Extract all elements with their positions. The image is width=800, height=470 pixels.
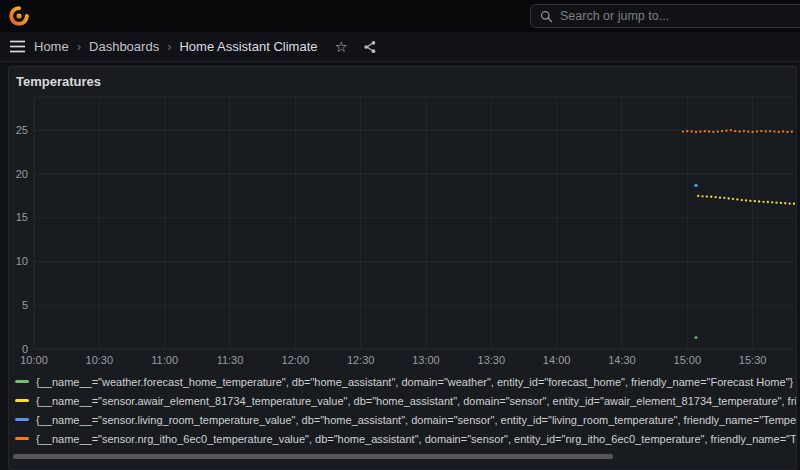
breadcrumb-separator-icon: › — [167, 39, 171, 54]
legend-item[interactable]: {__name__="sensor.awair_element_81734_te… — [15, 391, 796, 410]
legend-series-label[interactable]: {__name__="sensor.nrg_itho_6ec0_temperat… — [36, 433, 796, 445]
menu-icon[interactable] — [10, 40, 25, 53]
breadcrumb-dashboards[interactable]: Dashboards — [89, 39, 159, 54]
share-icon[interactable] — [363, 40, 377, 54]
breadcrumb: Home › Dashboards › Home Assistant Clima… — [34, 39, 317, 54]
legend-series-label[interactable]: {__name__="weather.forecast_home_tempera… — [36, 376, 793, 388]
breadcrumb-home[interactable]: Home — [34, 39, 69, 54]
horizontal-scrollbar[interactable] — [13, 454, 613, 459]
chart-legend: {__name__="weather.forecast_home_tempera… — [9, 369, 796, 448]
legend-item[interactable]: {__name__="weather.forecast_home_tempera… — [15, 372, 796, 391]
svg-text:15: 15 — [16, 211, 28, 223]
svg-text:20: 20 — [16, 168, 28, 180]
legend-series-label[interactable]: {__name__="sensor.awair_element_81734_te… — [36, 395, 796, 407]
legend-series-color-icon — [15, 399, 29, 402]
svg-text:14:30: 14:30 — [608, 354, 636, 366]
breadcrumb-bar: Home › Dashboards › Home Assistant Clima… — [0, 32, 800, 62]
svg-text:13:30: 13:30 — [478, 354, 506, 366]
legend-series-color-icon — [15, 418, 29, 421]
search-placeholder-text: Search or jump to... — [560, 9, 669, 23]
svg-text:13:00: 13:00 — [412, 354, 440, 366]
panel-temperatures: Temperatures 051015202510:0010:3011:0011… — [8, 66, 797, 470]
grafana-logo-icon[interactable] — [8, 5, 30, 27]
svg-text:14:00: 14:00 — [543, 354, 571, 366]
legend-item[interactable]: {__name__="sensor.nrg_itho_6ec0_temperat… — [15, 429, 796, 448]
svg-text:25: 25 — [16, 124, 28, 136]
svg-text:11:00: 11:00 — [151, 354, 178, 366]
search-input[interactable]: Search or jump to... — [530, 4, 800, 28]
legend-series-color-icon — [15, 437, 29, 440]
breadcrumb-separator-icon: › — [77, 39, 81, 54]
svg-text:12:00: 12:00 — [282, 354, 310, 366]
panel-title[interactable]: Temperatures — [9, 67, 796, 91]
top-navigation-bar: Search or jump to... — [0, 0, 800, 32]
favorite-star-icon[interactable]: ☆ — [334, 39, 347, 54]
legend-item[interactable]: {__name__="sensor.living_room_temperatur… — [15, 410, 796, 429]
legend-series-color-icon — [15, 380, 29, 383]
svg-text:10: 10 — [16, 255, 28, 267]
svg-text:5: 5 — [22, 299, 28, 311]
legend-series-label[interactable]: {__name__="sensor.living_room_temperatur… — [36, 414, 796, 426]
svg-text:10:30: 10:30 — [86, 354, 114, 366]
svg-text:15:30: 15:30 — [739, 354, 767, 366]
search-icon — [540, 10, 553, 23]
timeseries-chart[interactable]: 051015202510:0010:3011:0011:3012:0012:30… — [9, 93, 796, 369]
breadcrumb-current-dashboard: Home Assistant Climate — [179, 39, 317, 54]
svg-text:15:00: 15:00 — [674, 354, 702, 366]
svg-text:11:30: 11:30 — [217, 354, 244, 366]
svg-text:10:00: 10:00 — [20, 354, 48, 366]
svg-text:12:30: 12:30 — [347, 354, 375, 366]
svg-text:0: 0 — [22, 343, 28, 355]
